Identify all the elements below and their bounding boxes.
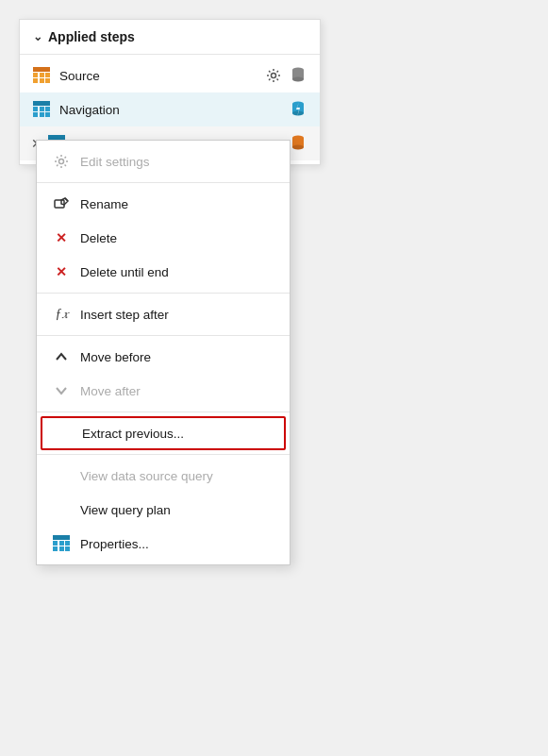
svg-rect-39 <box>53 546 58 551</box>
menu-separator-1 <box>37 182 290 183</box>
svg-point-32 <box>59 160 64 164</box>
menu-item-rename[interactable]: Rename <box>37 187 290 221</box>
insert-step-label: Insert step after <box>80 308 169 322</box>
extract-previous-label: Extract previous... <box>82 427 184 441</box>
menu-item-move-before[interactable]: Move before <box>37 340 290 374</box>
x-red-icon-delete-end: ✕ <box>52 262 71 281</box>
rename-label: Rename <box>80 197 128 211</box>
properties-label: Properties... <box>80 537 149 551</box>
rename-icon <box>52 194 71 213</box>
context-menu: Edit settings Rename ✕ Delete ✕ <box>36 140 291 565</box>
menu-item-extract-previous[interactable]: Extract previous... <box>41 416 286 450</box>
svg-rect-35 <box>53 535 70 540</box>
svg-rect-37 <box>59 541 64 546</box>
context-menu-overlay: Edit settings Rename ✕ Delete ✕ <box>0 0 548 756</box>
svg-rect-41 <box>65 546 70 551</box>
menu-separator-2 <box>37 293 290 294</box>
gear-icon <box>52 152 71 171</box>
view-datasource-icon <box>52 466 71 485</box>
menu-item-view-query-plan[interactable]: View query plan <box>37 493 290 527</box>
menu-separator-5 <box>37 454 290 455</box>
edit-settings-label: Edit settings <box>80 155 150 169</box>
menu-item-move-after[interactable]: Move after <box>37 374 290 408</box>
view-queryplan-icon <box>52 500 71 519</box>
extract-previous-icon <box>54 424 73 443</box>
svg-rect-36 <box>53 541 58 546</box>
menu-item-view-data-source[interactable]: View data source query <box>37 459 290 493</box>
table-teal-icon-props <box>52 534 71 553</box>
chevron-up-icon <box>52 347 71 366</box>
fx-icon: ƒ𝑥 <box>52 305 71 324</box>
menu-item-delete-until-end[interactable]: ✕ Delete until end <box>37 255 290 289</box>
svg-rect-38 <box>65 541 70 546</box>
menu-separator-4 <box>37 412 290 412</box>
delete-label: Delete <box>80 231 117 245</box>
delete-until-end-label: Delete until end <box>80 265 169 279</box>
move-before-label: Move before <box>80 350 151 364</box>
menu-item-delete[interactable]: ✕ Delete <box>37 221 290 255</box>
menu-item-properties[interactable]: Properties... <box>37 527 290 561</box>
menu-item-edit-settings[interactable]: Edit settings <box>37 144 290 178</box>
view-data-source-label: View data source query <box>80 469 213 483</box>
chevron-down-icon <box>52 381 71 400</box>
svg-rect-40 <box>59 546 64 551</box>
view-query-plan-label: View query plan <box>80 503 171 517</box>
x-red-icon-delete: ✕ <box>52 228 71 247</box>
menu-item-insert-step[interactable]: ƒ𝑥 Insert step after <box>37 297 290 331</box>
menu-separator-3 <box>37 335 290 336</box>
move-after-label: Move after <box>80 384 141 398</box>
